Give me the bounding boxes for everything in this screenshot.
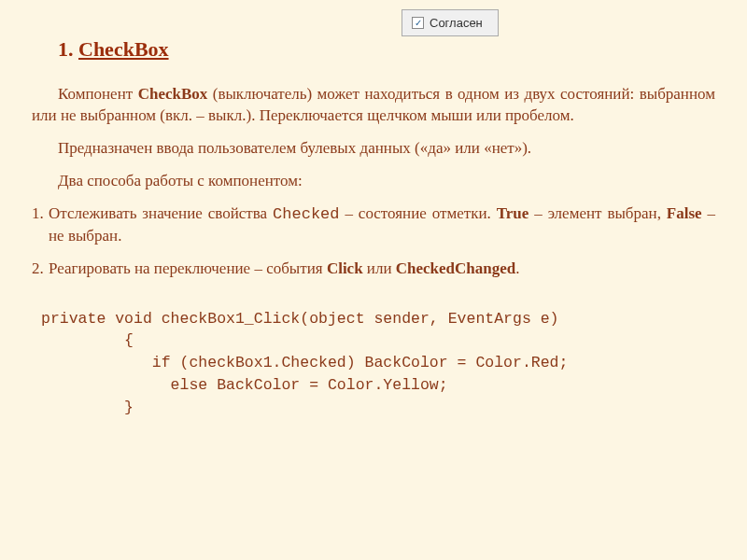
code-line: { (41, 331, 134, 349)
code-line: if (checkBox1.Checked) BackColor = Color… (41, 354, 568, 371)
paragraph-2: Предназначен ввода пользователем булевых… (32, 138, 715, 160)
list-item: Реагировать на переключение – события Cl… (32, 259, 715, 280)
code-sample: private void checkBox1_Click(object send… (41, 308, 715, 420)
text: . (515, 259, 519, 277)
property-name: Checked (273, 205, 339, 223)
code-line: else BackColor = Color.Yellow; (41, 376, 448, 394)
event-click: Click (327, 259, 363, 277)
checkbox-example-widget: ✓ Согласен (402, 9, 499, 36)
heading-title: CheckBox (78, 37, 169, 61)
paragraph-1: Компонент CheckBox (выключатель) может н… (32, 84, 715, 127)
text: – элемент выбран, (529, 204, 667, 222)
checkmark-icon: ✓ (415, 19, 422, 28)
component-name: CheckBox (138, 85, 208, 103)
paragraph-3: Два способа работы с компонентом: (32, 171, 715, 192)
code-line: } (41, 399, 134, 416)
list-item: Отслеживать значение свойства Checked – … (32, 203, 715, 247)
heading-number: 1. (58, 37, 74, 61)
bool-true: True (497, 204, 529, 222)
text: – состояние отметки. (340, 204, 497, 222)
bool-false: False (667, 204, 702, 222)
text: Отслеживать значение свойства (49, 204, 273, 222)
text: или (363, 259, 396, 277)
code-line: private void checkBox1_Click(object send… (41, 310, 559, 328)
numbered-list: Отслеживать значение свойства Checked – … (32, 203, 715, 280)
text: Реагировать на переключение – события (49, 259, 327, 277)
checkbox-icon[interactable]: ✓ (412, 17, 424, 29)
checkbox-label: Согласен (430, 16, 483, 30)
section-heading: 1. CheckBox (58, 37, 715, 62)
text: Компонент (58, 85, 138, 103)
event-checkedchanged: CheckedChanged (396, 259, 515, 277)
document-body: 1. CheckBox Компонент CheckBox (выключат… (0, 0, 747, 438)
